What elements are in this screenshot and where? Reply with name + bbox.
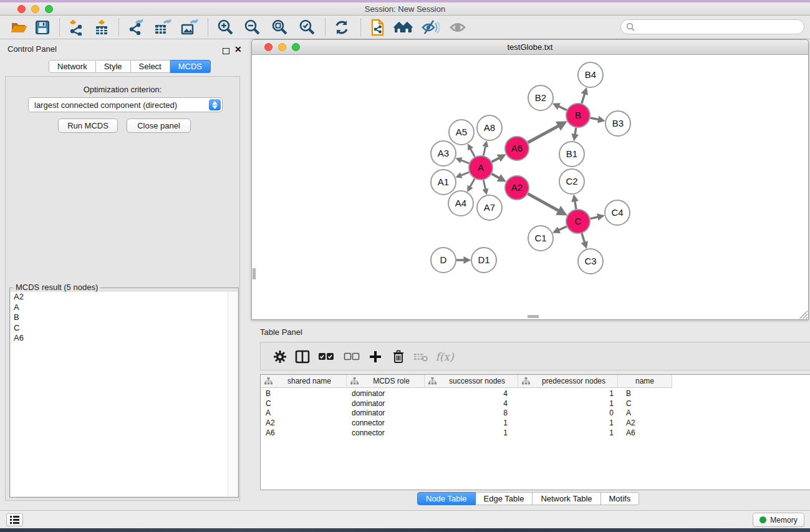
task-history-button[interactable] (6, 513, 23, 526)
node-label-B2: B2 (535, 92, 546, 103)
table-row[interactable]: A2connector11A2 (261, 418, 810, 428)
table-body: Bdominator41BCdominator41CAdominator80AA… (261, 389, 810, 438)
mcds-result-item[interactable]: B (11, 312, 228, 323)
edge-A-A1[interactable] (461, 172, 470, 175)
delete-table-icon[interactable] (412, 347, 430, 366)
table-row[interactable]: Bdominator41B (261, 389, 810, 399)
cell-shared-name: A2 (261, 418, 347, 427)
mcds-result-item[interactable]: A6 (11, 333, 228, 344)
duplicate-network-icon[interactable] (368, 18, 388, 37)
select-all-columns-icon[interactable] (317, 347, 335, 366)
search-box[interactable] (620, 19, 804, 34)
delete-column-icon[interactable] (389, 347, 408, 366)
tab-network-table[interactable]: Network Table (533, 492, 600, 505)
edge-A-A3[interactable] (461, 160, 470, 163)
tab-edge-table[interactable]: Edge Table (476, 492, 533, 505)
cell-name: A2 (618, 418, 672, 427)
column-header-name[interactable]: name (618, 375, 672, 387)
edge-C-C4[interactable] (591, 217, 599, 219)
column-header-predecessor-nodes[interactable]: predecessor nodes (518, 375, 618, 387)
column-header-successor-nodes[interactable]: successor nodes (425, 375, 518, 387)
run-mcds-button[interactable]: Run MCDS (58, 118, 118, 133)
graph-horizontal-scroll-indicator[interactable] (528, 315, 539, 318)
table-row[interactable]: A6connector11A6 (261, 428, 810, 438)
list-icon (10, 516, 19, 524)
mcds-result-list[interactable]: A2ABCA6 (11, 292, 228, 496)
network-window-titlebar[interactable]: testGlobe.txt (252, 40, 808, 55)
network-graph-canvas[interactable]: AA1A2A3A4A5A6A7A8BB1B2B3B4CC1C2C3C4DD1 (252, 55, 808, 319)
import-table-icon[interactable] (92, 18, 112, 37)
optimization-criterion-label: Optimization criterion: (6, 85, 239, 94)
toolbar-separator (325, 19, 325, 36)
export-network-icon[interactable] (126, 18, 146, 37)
mcds-result-item[interactable]: A2 (11, 292, 228, 302)
zoom-selected-icon[interactable] (297, 18, 317, 37)
zoom-out-icon[interactable] (243, 18, 263, 37)
table-options-gear-icon[interactable] (271, 347, 289, 366)
edge-B-B1[interactable] (575, 128, 576, 135)
edge-A-A5[interactable] (470, 148, 475, 157)
cell-successor-nodes: 1 (425, 428, 518, 437)
show-all-networks-icon[interactable] (393, 18, 413, 37)
float-panel-icon[interactable] (223, 46, 229, 57)
export-table-icon[interactable] (153, 18, 173, 37)
hide-selected-icon[interactable] (420, 18, 440, 37)
graph-vertical-scroll-indicator[interactable] (253, 268, 256, 279)
export-image-icon[interactable] (180, 18, 200, 37)
table-row[interactable]: Cdominator41C (261, 399, 810, 409)
control-panel: Control Panel ✕ NetworkStyleSelectMCDS O… (0, 39, 246, 510)
edge-A-A7[interactable] (483, 180, 485, 190)
refresh-icon[interactable] (332, 18, 352, 37)
control-panel-title: Control Panel (7, 44, 57, 54)
table-row[interactable]: Adominator80A (261, 409, 810, 418)
search-icon (626, 22, 635, 31)
window-resize-grip[interactable] (799, 311, 808, 319)
mcds-result-item[interactable]: C (11, 323, 228, 334)
mcds-result-item[interactable]: A (11, 302, 228, 313)
window-title: Session: New Session (0, 4, 810, 14)
show-columns-icon[interactable] (293, 347, 312, 366)
edge-A-A8[interactable] (483, 146, 485, 155)
node-label-B: B (575, 110, 581, 120)
zoom-in-icon[interactable] (216, 18, 236, 37)
edge-C-C2[interactable] (575, 201, 576, 209)
optimization-criterion-select[interactable]: largest connected component (directed) (28, 97, 223, 112)
edge-C-C3[interactable] (582, 233, 585, 243)
node-label-C4: C4 (611, 207, 623, 218)
column-header-MCDS-role[interactable]: MCDS role (347, 375, 425, 387)
tab-select[interactable]: Select (131, 60, 170, 73)
close-panel-icon[interactable]: ✕ (234, 46, 242, 52)
node-label-B1: B1 (566, 148, 577, 159)
close-panel-button[interactable]: Close panel (127, 118, 191, 133)
column-header-shared-name[interactable]: shared name (261, 375, 347, 387)
deselect-all-columns-icon[interactable] (342, 347, 361, 366)
import-network-icon[interactable] (66, 18, 86, 37)
edge-B-B4[interactable] (582, 94, 585, 104)
add-column-icon[interactable] (366, 347, 385, 366)
edge-A6-B[interactable] (528, 125, 559, 142)
function-builder-icon[interactable]: f(x) (433, 347, 456, 366)
open-session-icon[interactable] (9, 18, 29, 37)
table-toolbar: f(x) (260, 342, 810, 370)
memory-button[interactable]: Memory (753, 513, 804, 527)
edge-A2-C[interactable] (528, 194, 559, 211)
edge-A-A6[interactable] (492, 158, 499, 162)
edge-C-C1[interactable] (558, 226, 566, 230)
zoom-fit-icon[interactable] (270, 18, 290, 37)
tab-style[interactable]: Style (96, 60, 131, 73)
edge-B-B3[interactable] (591, 118, 599, 120)
table-tabs: Node TableEdge TableNetwork TableMotifs (417, 492, 639, 506)
mcds-result-scrollbar[interactable] (228, 292, 238, 496)
dropdown-selected-value: largest connected component (directed) (34, 100, 177, 110)
tab-motifs[interactable]: Motifs (601, 492, 640, 505)
edge-A-A2[interactable] (492, 174, 500, 178)
tab-mcds[interactable]: MCDS (170, 60, 211, 73)
tab-network[interactable]: Network (49, 60, 96, 73)
edge-B-B2[interactable] (558, 106, 567, 110)
show-selected-icon[interactable] (448, 18, 468, 37)
save-session-icon[interactable] (32, 18, 52, 37)
memory-label: Memory (770, 516, 797, 525)
edge-A-A4[interactable] (470, 178, 475, 187)
cell-MCDS-role: dominator (347, 409, 425, 417)
tab-node-table[interactable]: Node Table (417, 492, 476, 505)
